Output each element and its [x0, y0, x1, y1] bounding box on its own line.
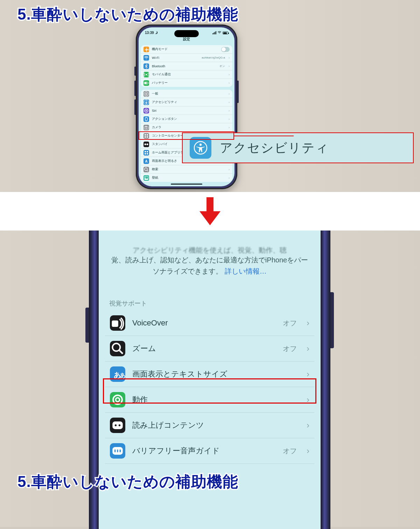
row-label: アクセシビリティ [152, 100, 226, 104]
display-icon: A [144, 158, 149, 164]
row-value: auhikari-kjZwQG-a [202, 56, 225, 59]
panel-top: 5.車酔いしないための補助機能 13:39 設定 機内モードWi-Fiauhik… [0, 0, 420, 192]
row-label: Siri [152, 109, 226, 112]
row-label: Bluetooth [152, 64, 217, 68]
svg-point-8 [146, 110, 147, 111]
settings-row-バッテリー[interactable]: バッテリー› [141, 79, 232, 87]
search-icon [144, 167, 149, 172]
svg-rect-19 [145, 151, 146, 152]
svg-point-29 [200, 144, 202, 146]
row-value: オフ [283, 446, 297, 456]
action-icon [144, 116, 149, 122]
more-info-link[interactable]: 詳しい情報… [225, 267, 267, 275]
row-label: 読み上げコンテンツ [132, 420, 300, 431]
chevron-right-icon: › [307, 369, 309, 379]
chevron-right-icon: › [307, 420, 309, 430]
standby-icon [144, 142, 149, 147]
accessibility-description: アクセシビリティ機能を使えば、視覚、動作、聴 覚、読み上げ、認知など、あなたに最… [99, 231, 321, 283]
status-time: 13:39 [145, 31, 154, 35]
svg-rect-12 [145, 126, 147, 126]
settings-row-モバイル通信[interactable]: モバイル通信› [141, 70, 232, 79]
wifi-icon [144, 55, 149, 61]
arrow-down [0, 192, 420, 231]
phone-small: 13:39 設定 機内モードWi-Fiauhikari-kjZwQG-a›Blu… [136, 25, 237, 189]
accessibility-row-画面表示とテキストサイズ[interactable]: ああ画面表示とテキストサイズ› [105, 362, 314, 387]
battery-icon [144, 80, 149, 86]
toggle[interactable] [221, 47, 230, 52]
settings-row-カメラ[interactable]: カメラ› [141, 123, 232, 132]
svg-point-17 [145, 143, 146, 145]
dnd-icon [155, 31, 158, 34]
callout-connector [234, 136, 294, 136]
settings-row-検索[interactable]: 検索› [141, 165, 232, 174]
speak-icon [110, 418, 125, 433]
svg-rect-37 [112, 421, 122, 429]
svg-point-27 [145, 177, 146, 178]
settings-group-1: 機内モードWi-Fiauhikari-kjZwQG-a›Bluetoothオン›… [141, 45, 232, 87]
accessibility-callout: アクセシビリティ [183, 133, 413, 163]
panel-bottom: 5.車酔いしないための補助機能 アクセシビリティ機能を使えば、視覚、動作、聴 覚… [0, 231, 420, 529]
section-header-visual: 視覚サポート [99, 283, 321, 310]
row-label: 壁紙 [152, 176, 226, 180]
chevron-right-icon: › [229, 56, 230, 60]
settings-row-Wi-Fi[interactable]: Wi-Fiauhikari-kjZwQG-a› [141, 54, 232, 62]
svg-rect-13 [145, 134, 146, 136]
settings-row-壁紙[interactable]: 壁紙› [141, 174, 232, 182]
settings-row-アクションボタン[interactable]: アクションボタン› [141, 115, 232, 123]
row-value: オフ [283, 344, 297, 353]
row-label: 画面表示とテキストサイズ [132, 369, 300, 379]
chevron-right-icon: › [307, 395, 309, 405]
svg-point-24 [145, 168, 147, 171]
row-label: モバイル通信 [152, 72, 226, 77]
callout-label: アクセシビリティ [220, 139, 329, 157]
svg-point-6 [146, 101, 147, 102]
bluetooth-icon [144, 63, 149, 69]
wifi-status-icon [217, 31, 222, 35]
caption-top: 5.車酔いしないための補助機能 [18, 4, 238, 25]
svg-line-32 [120, 351, 123, 354]
row-label: Wi-Fi [152, 56, 199, 60]
row-label: 動作 [132, 394, 300, 405]
signal-icon [212, 31, 216, 34]
row-value: オフ [283, 318, 297, 328]
siri-icon [144, 108, 149, 114]
svg-point-11 [146, 127, 147, 129]
row-label: バリアフリー音声ガイド [132, 446, 276, 456]
chevron-right-icon: › [307, 446, 309, 456]
settings-row-アクセシビリティ[interactable]: アクセシビリティ› [141, 98, 232, 107]
settings-row-一般[interactable]: 一般› [141, 90, 232, 98]
chevron-right-icon: › [229, 117, 230, 121]
svg-rect-16 [147, 136, 148, 138]
row-label: ズーム [132, 343, 276, 354]
accessibility-row-ズーム[interactable]: ズームオフ› [105, 336, 314, 362]
camera-icon [144, 125, 149, 130]
svg-point-31 [112, 343, 120, 351]
gear-icon [144, 91, 149, 97]
visual-support-list: VoiceOverオフ›ズームオフ›ああ画面表示とテキストサイズ›動作›読み上げ… [105, 310, 314, 464]
accessibility-row-動作[interactable]: 動作› [105, 387, 314, 413]
zoom-icon [110, 341, 125, 356]
chevron-right-icon: › [229, 64, 230, 68]
accessibility-row-バリアフリー音声ガイド[interactable]: バリアフリー音声ガイドオフ› [105, 438, 314, 464]
chevron-right-icon: › [229, 81, 230, 85]
svg-rect-2 [148, 83, 149, 83]
settings-row-機内モード[interactable]: 機内モード [141, 45, 232, 54]
svg-rect-21 [145, 153, 146, 154]
accessibility-row-VoiceOver[interactable]: VoiceOverオフ› [105, 310, 314, 336]
chevron-right-icon: › [307, 344, 309, 353]
row-label: 一般 [152, 91, 226, 96]
chevron-right-icon: › [229, 168, 230, 171]
settings-row-Siri[interactable]: Siri› [141, 107, 232, 115]
svg-rect-9 [145, 117, 147, 121]
svg-point-36 [116, 398, 120, 402]
svg-rect-22 [147, 153, 148, 154]
cell-icon [144, 72, 149, 77]
svg-rect-30 [112, 321, 118, 327]
accessibility-row-読み上げコンテンツ[interactable]: 読み上げコンテンツ› [105, 413, 314, 438]
svg-point-4 [146, 93, 147, 94]
settings-row-Bluetooth[interactable]: Bluetoothオン› [141, 62, 232, 70]
svg-line-25 [147, 170, 148, 171]
row-label: バッテリー [152, 81, 226, 85]
chevron-right-icon: › [229, 73, 230, 76]
battery-icon [223, 32, 228, 34]
